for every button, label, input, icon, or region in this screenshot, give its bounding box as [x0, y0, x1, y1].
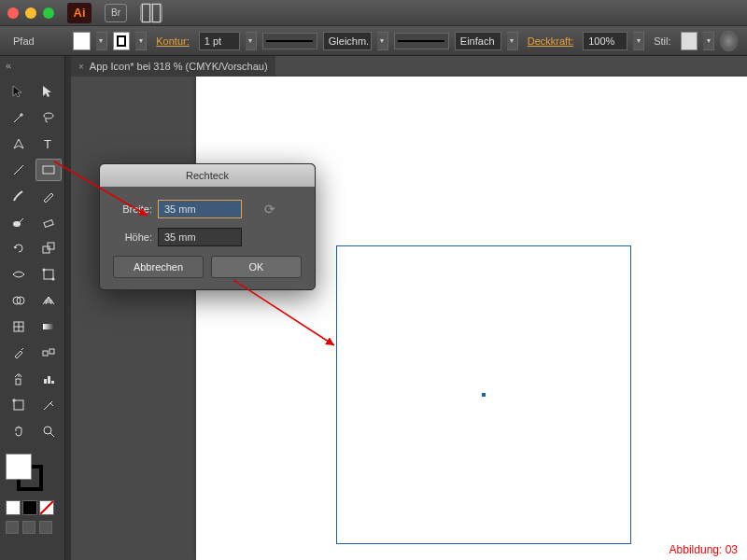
- width-input[interactable]: 35 mm: [158, 200, 242, 218]
- zoom-tool[interactable]: [35, 420, 62, 442]
- fill-swatch[interactable]: [73, 32, 91, 50]
- hand-tool[interactable]: [6, 420, 32, 442]
- rectangle-tool[interactable]: [35, 159, 62, 181]
- svg-rect-20: [49, 349, 54, 354]
- artboard-tool[interactable]: [6, 394, 32, 416]
- stroke-dash-preview[interactable]: [262, 33, 317, 49]
- magic-wand-tool[interactable]: [6, 106, 32, 129]
- stroke-weight-field[interactable]: 1 pt: [199, 32, 240, 50]
- drawn-rectangle[interactable]: [336, 245, 631, 544]
- selection-type-label: Pfad: [9, 35, 38, 47]
- close-window-button[interactable]: [7, 7, 19, 19]
- svg-point-11: [43, 269, 46, 272]
- fill-color-icon[interactable]: [6, 454, 32, 480]
- pen-tool[interactable]: [6, 133, 32, 155]
- stroke-profile-preview[interactable]: [394, 33, 449, 49]
- svg-point-6: [13, 221, 21, 227]
- height-input[interactable]: 35 mm: [158, 228, 242, 246]
- type-tool[interactable]: T: [35, 133, 62, 155]
- svg-line-4: [14, 165, 23, 175]
- fill-swatch-dropdown[interactable]: ▾: [96, 32, 107, 50]
- rotate-tool[interactable]: [6, 237, 32, 259]
- stroke-swatch-dropdown[interactable]: ▾: [135, 32, 147, 50]
- shape-builder-tool[interactable]: [6, 289, 32, 312]
- svg-rect-21: [16, 379, 21, 385]
- slice-tool[interactable]: [35, 394, 62, 416]
- symbol-sprayer-tool[interactable]: [6, 368, 32, 390]
- collapse-panel-icon[interactable]: «: [6, 60, 11, 71]
- draw-inside-icon[interactable]: [39, 521, 52, 534]
- mesh-tool[interactable]: [6, 315, 32, 338]
- svg-point-2: [44, 113, 53, 119]
- svg-line-29: [50, 433, 54, 437]
- eyedropper-tool[interactable]: [6, 342, 32, 364]
- stroke-align-dropdown[interactable]: ▾: [377, 32, 388, 50]
- svg-rect-10: [44, 270, 53, 279]
- height-label: Höhe:: [113, 231, 152, 243]
- close-tab-icon[interactable]: ×: [78, 62, 84, 72]
- free-transform-tool[interactable]: [35, 263, 62, 286]
- svg-rect-5: [43, 166, 54, 174]
- svg-point-12: [52, 278, 55, 281]
- blob-brush-tool[interactable]: [6, 211, 32, 233]
- svg-rect-24: [51, 381, 54, 384]
- document-setup-icon[interactable]: [720, 31, 738, 51]
- document-tab[interactable]: × App Icon* bei 318 % (CMYK/Vorschau): [71, 56, 275, 77]
- column-graph-tool[interactable]: [35, 368, 62, 390]
- svg-point-28: [44, 427, 51, 434]
- scale-tool[interactable]: [35, 237, 62, 259]
- svg-text:T: T: [44, 137, 51, 151]
- width-tool[interactable]: [6, 263, 32, 286]
- color-mode-solid[interactable]: [6, 500, 21, 515]
- draw-normal-icon[interactable]: [6, 521, 19, 534]
- color-mode-none[interactable]: [39, 500, 54, 515]
- arrange-documents-icon[interactable]: [140, 4, 162, 22]
- width-label: Breite:: [113, 203, 152, 215]
- style-dropdown[interactable]: ▾: [703, 32, 714, 50]
- constrain-proportions-icon[interactable]: ⟳: [264, 202, 275, 217]
- zoom-window-button[interactable]: [43, 7, 54, 19]
- svg-rect-1: [152, 4, 160, 21]
- figure-caption: Abbildung: 03: [669, 543, 738, 556]
- opacity-dropdown[interactable]: ▾: [633, 32, 644, 50]
- stroke-profile-field[interactable]: Einfach: [455, 32, 501, 50]
- lasso-tool[interactable]: [35, 106, 62, 129]
- opacity-field[interactable]: 100%: [583, 32, 627, 50]
- draw-behind-icon[interactable]: [22, 521, 35, 534]
- blend-tool[interactable]: [35, 342, 62, 364]
- selection-tool[interactable]: [6, 80, 32, 103]
- dialog-title: Rechteck: [100, 164, 315, 187]
- stroke-weight-label[interactable]: Kontur:: [152, 35, 192, 47]
- selection-center-point-icon: [482, 393, 486, 397]
- stroke-profile-dropdown[interactable]: ▾: [507, 32, 518, 50]
- svg-rect-23: [48, 376, 50, 384]
- canvas-area: [71, 77, 747, 560]
- style-swatch[interactable]: [681, 32, 698, 50]
- tools-panel: « T: [0, 56, 65, 560]
- paintbrush-tool[interactable]: [6, 185, 32, 207]
- stroke-align-field[interactable]: Gleichm.: [323, 32, 372, 50]
- gradient-tool[interactable]: [35, 315, 62, 338]
- stroke-weight-dropdown[interactable]: ▾: [246, 32, 257, 50]
- window-titlebar: Ai Br: [0, 0, 747, 26]
- svg-rect-18: [43, 324, 54, 329]
- bridge-icon[interactable]: Br: [105, 4, 127, 22]
- stroke-swatch[interactable]: [113, 32, 131, 50]
- svg-rect-22: [44, 379, 47, 384]
- direct-selection-tool[interactable]: [35, 80, 62, 103]
- svg-rect-0: [142, 4, 149, 21]
- color-mode-gradient[interactable]: [22, 500, 37, 515]
- options-bar: Pfad ▾ ▾ Kontur: 1 pt ▾ Gleichm. ▾ Einfa…: [0, 26, 747, 56]
- document-tab-label: App Icon* bei 318 % (CMYK/Vorschau): [90, 61, 268, 72]
- ok-button[interactable]: OK: [211, 256, 302, 278]
- pencil-tool[interactable]: [35, 185, 62, 207]
- fill-stroke-indicator[interactable]: [6, 454, 43, 491]
- cancel-button[interactable]: Abbrechen: [113, 256, 204, 278]
- perspective-grid-tool[interactable]: [35, 289, 62, 312]
- opacity-label[interactable]: Deckkraft:: [524, 35, 578, 47]
- minimize-window-button[interactable]: [25, 7, 36, 19]
- eraser-tool[interactable]: [35, 211, 62, 233]
- window-controls: [7, 7, 54, 19]
- line-segment-tool[interactable]: [6, 159, 32, 181]
- svg-rect-25: [14, 400, 23, 410]
